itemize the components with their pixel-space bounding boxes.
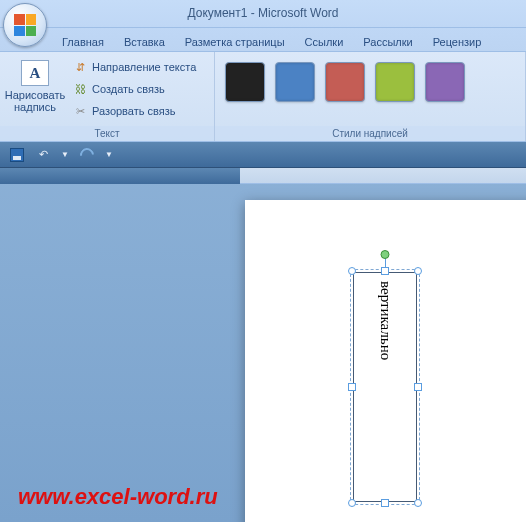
undo-dropdown[interactable]: ▼ [58,145,72,165]
tab-home[interactable]: Главная [52,32,114,51]
tab-mailings[interactable]: Рассылки [353,32,422,51]
break-link-button[interactable]: ✂ Разорвать связь [70,102,198,120]
ribbon-tabs: Главная Вставка Разметка страницы Ссылки… [0,28,526,52]
resize-handle-br[interactable] [414,499,422,507]
resize-handle-tm[interactable] [381,267,389,275]
quick-access-toolbar: ↶ ▼ ▼ [0,142,526,168]
style-swatch-blue[interactable] [275,62,315,102]
save-icon [10,148,24,162]
textbox-text[interactable]: вертикально [377,281,394,360]
resize-handle-tr[interactable] [414,267,422,275]
style-swatch-red[interactable] [325,62,365,102]
undo-icon: ↶ [39,148,48,161]
draw-textbox-button[interactable]: A Нарисовать надпись [4,56,66,113]
ribbon: A Нарисовать надпись ⇵ Направление текст… [0,52,526,142]
tab-page-layout[interactable]: Разметка страницы [175,32,295,51]
tab-insert[interactable]: Вставка [114,32,175,51]
resize-handle-tl[interactable] [348,267,356,275]
resize-handle-bl[interactable] [348,499,356,507]
text-direction-icon: ⇵ [72,59,88,75]
textbox-selection[interactable]: вертикально [353,272,417,502]
textbox[interactable]: вертикально [353,272,417,502]
group-text-label: Текст [0,126,214,141]
resize-handle-bm[interactable] [381,499,389,507]
style-swatch-green[interactable] [375,62,415,102]
save-button[interactable] [6,145,28,165]
undo-button[interactable]: ↶ [32,145,54,165]
resize-handle-ml[interactable] [348,383,356,391]
redo-icon [77,145,97,165]
break-link-icon: ✂ [72,103,88,119]
workspace: вертикально [0,168,526,522]
rotate-handle[interactable] [381,250,390,259]
horizontal-ruler[interactable] [0,168,526,184]
window-title: Документ1 - Microsoft Word [0,6,526,20]
tab-review[interactable]: Рецензир [423,32,492,51]
text-direction-button[interactable]: ⇵ Направление текста [70,58,198,76]
resize-handle-mr[interactable] [414,383,422,391]
create-link-button[interactable]: ⛓ Создать связь [70,80,198,98]
create-link-icon: ⛓ [72,81,88,97]
break-link-label: Разорвать связь [92,105,176,117]
text-direction-label: Направление текста [92,61,196,73]
style-swatch-black[interactable] [225,62,265,102]
title-bar: Документ1 - Microsoft Word [0,0,526,28]
draw-textbox-label: Нарисовать надпись [4,89,66,113]
group-styles: Стили надписей [215,52,526,141]
office-button[interactable] [3,3,47,47]
redo-button[interactable] [76,145,98,165]
office-logo-icon [14,14,36,36]
create-link-label: Создать связь [92,83,165,95]
style-swatch-purple[interactable] [425,62,465,102]
watermark-text: www.excel-word.ru [18,484,218,510]
qat-customize[interactable]: ▼ [102,145,116,165]
group-text: A Нарисовать надпись ⇵ Направление текст… [0,52,215,141]
group-styles-label: Стили надписей [215,126,525,141]
document-page[interactable]: вертикально [245,200,526,522]
textbox-icon: A [21,60,49,86]
tab-references[interactable]: Ссылки [295,32,354,51]
